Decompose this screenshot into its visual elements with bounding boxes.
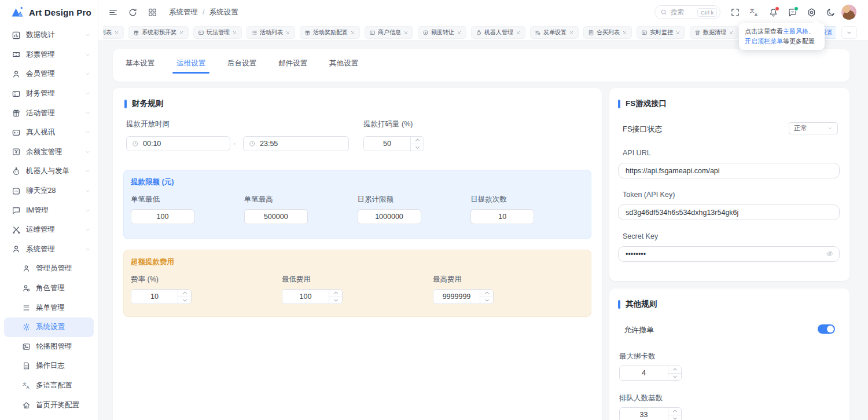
header-action-button[interactable] xyxy=(766,5,781,20)
close-icon[interactable] xyxy=(285,30,290,35)
sidebar-item[interactable]: 系统设置 xyxy=(4,317,94,337)
allow-cancel-toggle[interactable] xyxy=(818,324,835,334)
sidebar-item[interactable]: IM管理 xyxy=(0,200,98,220)
page-tab[interactable]: 活动奖励配置 xyxy=(300,26,360,39)
close-icon[interactable] xyxy=(457,30,462,35)
limit-input-field[interactable] xyxy=(358,209,421,224)
sidebar-item[interactable]: 菜单管理 xyxy=(0,298,98,317)
tabs-more-button[interactable] xyxy=(841,26,857,39)
spinner-down-button[interactable] xyxy=(329,297,342,304)
spinner-down-button[interactable] xyxy=(668,415,681,420)
page-tab[interactable]: 活动列表 xyxy=(247,26,295,39)
page-tab[interactable]: 机器人管理 xyxy=(471,26,525,39)
sidebar-item[interactable]: 余额宝管理 xyxy=(0,143,98,162)
fee-input-field[interactable] xyxy=(433,290,480,304)
settings-tab[interactable]: 基本设置 xyxy=(126,59,155,68)
sidebar-item[interactable]: 财务管理 xyxy=(0,84,98,104)
sidebar-item[interactable]: 数据统计 xyxy=(0,25,98,45)
sidebar-item[interactable]: 首页开奖配置 xyxy=(0,395,98,415)
page-tab[interactable]: 数据清理 xyxy=(690,26,738,39)
limit-input-field[interactable] xyxy=(244,209,308,224)
header-action-button[interactable] xyxy=(804,5,819,20)
time-input-field[interactable] xyxy=(260,140,343,148)
sidebar-item[interactable]: 真人视讯 xyxy=(0,123,98,143)
header-action-button[interactable] xyxy=(125,5,140,20)
header-action-button[interactable] xyxy=(785,5,800,20)
withdraw-time-end-input[interactable] xyxy=(243,136,349,151)
close-icon[interactable] xyxy=(835,30,836,35)
page-tab[interactable]: 玩法管理 xyxy=(193,26,242,39)
close-icon[interactable] xyxy=(675,30,681,35)
spinner-down-button[interactable] xyxy=(178,297,191,304)
spinner-up-button[interactable] xyxy=(480,290,493,297)
sidebar-item[interactable]: 彩票管理 xyxy=(0,45,98,65)
api-url-input[interactable] xyxy=(618,163,840,178)
time-input-field[interactable] xyxy=(143,140,225,148)
topbar-menu-link[interactable]: 开启顶栏菜单 xyxy=(745,38,783,45)
fs-status-select[interactable]: 正常 xyxy=(789,122,838,134)
close-icon[interactable] xyxy=(403,30,409,35)
limit-input-field[interactable] xyxy=(470,209,534,224)
avatar[interactable] xyxy=(841,5,856,20)
secret-key-input[interactable] xyxy=(618,246,840,262)
close-icon[interactable] xyxy=(350,30,355,35)
search-input[interactable] xyxy=(671,9,694,16)
close-icon[interactable] xyxy=(179,30,184,35)
sidebar-item[interactable]: 机器人与发单 xyxy=(0,162,98,181)
sidebar-item[interactable]: 会员管理 xyxy=(0,64,98,84)
spinner-up-button[interactable] xyxy=(668,366,681,374)
close-icon[interactable] xyxy=(114,30,119,35)
search-box[interactable]: Ctrl k xyxy=(654,5,720,19)
sidebar-item[interactable]: 活动管理 xyxy=(0,103,98,123)
breadcrumb-parent[interactable]: 系统管理 xyxy=(169,8,198,17)
fee-input-field[interactable] xyxy=(131,290,178,304)
withdraw-time-start-input[interactable] xyxy=(126,136,230,151)
page-tab[interactable]: 合买列表 xyxy=(583,26,632,39)
close-icon[interactable] xyxy=(232,30,237,35)
sidebar-item[interactable]: 系统管理 xyxy=(0,240,98,260)
header-action-button[interactable] xyxy=(823,5,838,20)
eye-off-icon[interactable] xyxy=(826,250,834,258)
spinner-down-button[interactable] xyxy=(480,297,493,304)
close-icon[interactable] xyxy=(729,30,734,35)
spinner-up-button[interactable] xyxy=(329,290,342,297)
sidebar-item[interactable]: 轮播图管理 xyxy=(0,337,98,357)
settings-tab[interactable]: 运维设置 xyxy=(176,59,205,68)
breadcrumb-current[interactable]: 系统设置 xyxy=(209,8,238,17)
spinner-up-button[interactable] xyxy=(668,408,681,415)
token-input[interactable] xyxy=(618,204,840,220)
spinner-up-button[interactable] xyxy=(178,290,191,297)
settings-tab[interactable]: 后台设置 xyxy=(227,59,256,68)
page-tab[interactable]: 发单设置 xyxy=(530,26,579,39)
header-action-button[interactable] xyxy=(145,5,160,20)
fee-input-field[interactable] xyxy=(282,290,329,304)
page-tab[interactable]: 系统彩预开奖 xyxy=(128,26,189,39)
sidebar-item[interactable]: 聊天室28 xyxy=(0,181,98,201)
settings-tab[interactable]: 邮件设置 xyxy=(278,59,307,68)
queue-base-input-field[interactable] xyxy=(620,408,668,420)
header-action-button[interactable] xyxy=(727,5,742,20)
max-cards-input-field[interactable] xyxy=(620,366,668,380)
settings-tab[interactable]: 其他设置 xyxy=(329,59,358,68)
page-tab[interactable]: 列表 xyxy=(103,26,124,39)
sidebar-item[interactable]: 角色管理 xyxy=(0,279,98,298)
header-action-button[interactable] xyxy=(746,5,762,20)
close-icon[interactable] xyxy=(569,30,574,35)
page-tab[interactable]: 实时监控 xyxy=(637,26,685,39)
sidebar-item[interactable]: 管理员管理 xyxy=(0,259,98,279)
close-icon[interactable] xyxy=(622,30,627,35)
sidebar-item[interactable]: 运维管理 xyxy=(0,220,98,240)
sidebar-item[interactable]: 多语言配置 xyxy=(0,376,98,396)
theme-style-link[interactable]: 主题风格 xyxy=(783,28,808,35)
spinner-up-button[interactable] xyxy=(411,137,424,144)
brand[interactable]: Art Design Pro xyxy=(0,0,98,24)
close-icon[interactable] xyxy=(516,30,521,35)
limit-input-field[interactable] xyxy=(131,209,194,224)
header-action-button[interactable] xyxy=(105,5,120,20)
turnover-input-field[interactable] xyxy=(364,137,410,151)
sidebar-item[interactable]: 操作日志 xyxy=(0,356,98,376)
spinner-down-button[interactable] xyxy=(411,144,424,151)
page-tab[interactable]: 商户信息 xyxy=(365,26,413,39)
spinner-down-button[interactable] xyxy=(668,374,681,381)
page-tab[interactable]: 额度转让 xyxy=(418,26,466,39)
